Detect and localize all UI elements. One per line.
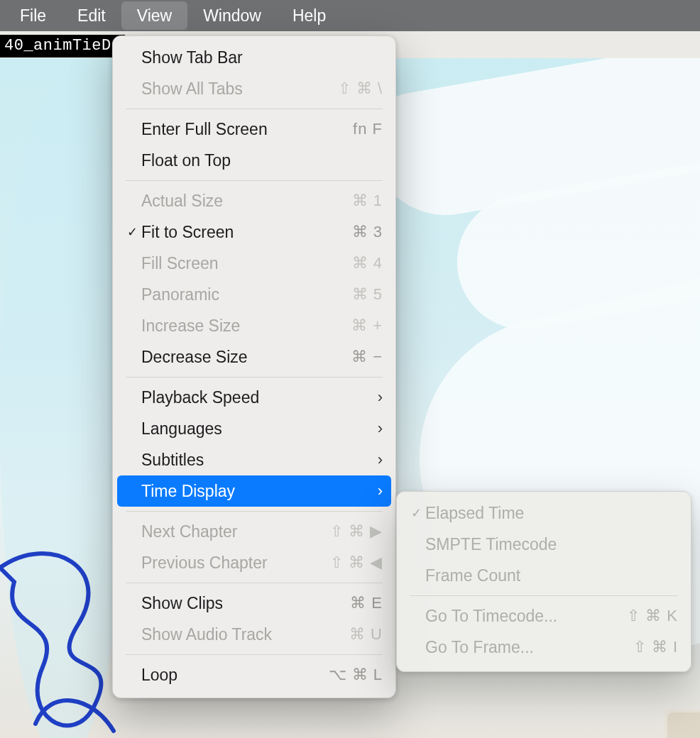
menu-item-label: Panoramic [141,285,352,304]
menu-item-panoramic: Panoramic ⌘ 5 [113,279,395,310]
menu-separator [126,654,383,655]
menu-item-label: Float on Top [141,151,383,170]
menu-separator [126,109,383,109]
menu-item-shortcut: ⌘ E [350,594,383,612]
menu-item-time-display[interactable]: Time Display › [117,475,391,507]
menu-item-label: Time Display [141,482,370,501]
menu-separator [126,180,383,181]
menu-item-elapsed-time: ✓ Elapsed Time [397,497,691,529]
menu-item-show-tab-bar[interactable]: Show Tab Bar [113,42,395,73]
menu-item-label: Actual Size [141,192,352,211]
menu-item-next-chapter: Next Chapter ⇧ ⌘ ▶ [113,516,395,547]
menu-item-shortcut: ⌥ ⌘ L [329,666,383,684]
menubar-view[interactable]: View [121,1,187,30]
menu-item-label: Go To Frame... [425,638,633,657]
menu-item-label: Show Audio Track [141,625,349,644]
menu-item-label: Languages [141,419,370,439]
menu-item-shortcut: ⌘ 1 [352,192,383,210]
menu-item-float-on-top[interactable]: Float on Top [113,145,395,176]
menu-item-show-all-tabs: Show All Tabs ⇧ ⌘ \ [113,73,395,104]
menubar-edit[interactable]: Edit [62,1,121,30]
submenu-arrow-icon: › [370,421,383,436]
menu-item-actual-size: Actual Size ⌘ 1 [113,185,395,216]
check-icon: ✓ [123,224,141,240]
menu-item-label: Frame Count [425,566,678,585]
menu-item-label: Fill Screen [141,254,352,273]
menu-item-label: Decrease Size [141,348,351,367]
menu-item-shortcut: ⇧ ⌘ ▶ [330,522,383,541]
menu-item-smpte-timecode: SMPTE Timecode [397,529,691,560]
menu-item-shortcut: ⌘ 4 [352,254,383,272]
menu-item-label: Playback Speed [141,388,370,407]
menu-item-shortcut: ⇧ ⌘ \ [338,79,383,98]
menu-item-playback-speed[interactable]: Playback Speed › [113,382,395,413]
menu-item-show-clips[interactable]: Show Clips ⌘ E [113,588,395,619]
menu-item-show-audio-track: Show Audio Track ⌘ U [113,619,395,650]
menubar-help[interactable]: Help [277,1,341,30]
check-icon: ✓ [407,505,425,521]
menu-item-frame-count: Frame Count [397,560,691,591]
menu-item-label: SMPTE Timecode [425,535,678,554]
window-title-fragment: 40_animTieDo [0,35,125,57]
menu-item-subtitles[interactable]: Subtitles › [113,444,395,475]
submenu-arrow-icon: › [370,483,383,499]
menu-item-label: Fit to Screen [141,223,352,242]
menubar-file[interactable]: File [4,1,62,30]
menu-item-label: Previous Chapter [141,554,330,573]
menu-item-enter-full-screen[interactable]: Enter Full Screen fn F [113,114,395,145]
menu-item-label: Show Tab Bar [141,48,383,67]
video-player-window: File Edit View Window Help 40_animTieDo … [0,0,700,738]
submenu-arrow-icon: › [370,452,383,468]
menu-separator [126,377,383,378]
menubar-window[interactable]: Window [187,1,277,30]
menu-item-label: Go To Timecode... [425,607,627,626]
menu-item-increase-size: Increase Size ⌘ + [113,310,395,341]
menu-item-label: Loop [141,666,329,685]
menu-item-shortcut: ⌘ 3 [352,223,383,241]
time-display-submenu: ✓ Elapsed Time SMPTE Timecode Frame Coun… [396,491,691,672]
menu-item-label: Increase Size [141,316,351,336]
system-menubar: File Edit View Window Help [0,0,700,31]
menu-item-fit-to-screen[interactable]: ✓ Fit to Screen ⌘ 3 [113,216,395,248]
menu-item-label: Show Clips [141,594,350,613]
menu-item-shortcut: fn F [353,120,383,138]
menu-item-decrease-size[interactable]: Decrease Size ⌘ − [113,341,395,373]
menu-item-go-to-timecode: Go To Timecode... ⇧ ⌘ K [397,600,691,632]
menu-item-shortcut: ⇧ ⌘ I [633,638,678,656]
menu-item-languages[interactable]: Languages › [113,413,395,444]
menu-item-shortcut: ⌘ − [351,348,383,366]
menu-separator [126,583,383,583]
menu-item-shortcut: ⌘ U [349,625,383,644]
menu-item-label: Elapsed Time [425,504,678,523]
menu-item-label: Subtitles [141,451,370,470]
menu-item-fill-screen: Fill Screen ⌘ 4 [113,248,395,279]
menu-separator [410,595,678,596]
menu-item-previous-chapter: Previous Chapter ⇧ ⌘ ◀ [113,547,395,578]
background-shape [665,710,700,738]
menu-item-shortcut: ⌘ + [351,316,383,335]
menu-item-label: Enter Full Screen [141,120,353,139]
menu-separator [126,511,383,512]
menu-item-shortcut: ⇧ ⌘ ◀ [330,554,383,572]
menu-item-go-to-frame: Go To Frame... ⇧ ⌘ I [397,632,691,663]
menu-item-label: Show All Tabs [141,79,338,99]
menu-item-loop[interactable]: Loop ⌥ ⌘ L [113,659,395,690]
menu-item-shortcut: ⌘ 5 [352,285,383,304]
menu-item-label: Next Chapter [141,522,330,541]
submenu-arrow-icon: › [370,390,383,405]
menu-item-shortcut: ⇧ ⌘ K [627,607,678,625]
view-menu-dropdown: Show Tab Bar Show All Tabs ⇧ ⌘ \ Enter F… [112,35,396,698]
